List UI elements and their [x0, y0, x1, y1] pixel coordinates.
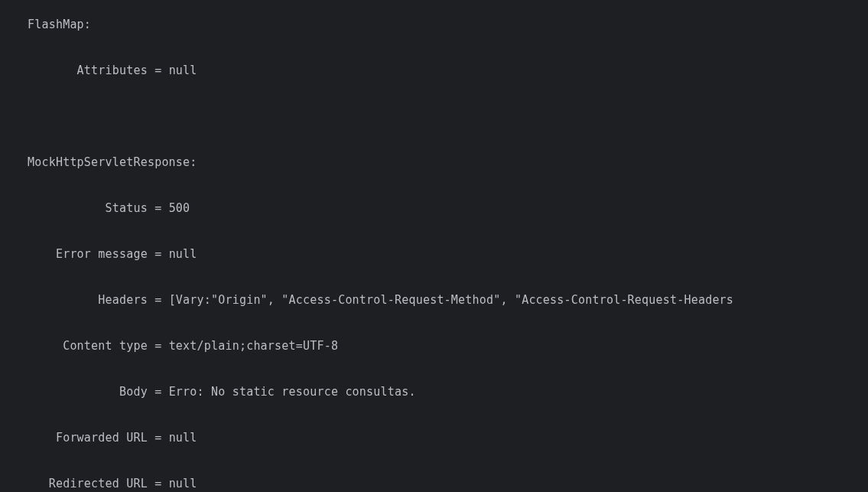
content-type-line: Content type = text/plain;charset=UTF-8 [28, 334, 868, 357]
error-message-label: Error message = [28, 247, 169, 261]
console-gutter [0, 0, 15, 492]
flashmap-label: FlashMap: [28, 18, 91, 31]
blank-line [28, 105, 868, 128]
response-header-text: MockHttpServletResponse: [28, 155, 197, 169]
status-label: Status = [28, 201, 169, 215]
response-header: MockHttpServletResponse: [28, 151, 868, 174]
error-message-value: null [169, 247, 197, 261]
content-type-label: Content type = [28, 339, 169, 353]
status-line: Status = 500 [28, 197, 868, 220]
body-label: Body = [28, 385, 169, 399]
body-line: Body = Erro: No static resource consulta… [28, 380, 868, 403]
status-value: 500 [169, 201, 190, 215]
flashmap-header: FlashMap: [28, 13, 868, 36]
forwarded-url-label: Forwarded URL = [28, 431, 169, 445]
error-message-line: Error message = null [28, 243, 868, 266]
attributes-label: Attributes = [28, 64, 169, 77]
attributes-value: null [169, 64, 197, 77]
redirected-url-label: Redirected URL = [28, 477, 169, 490]
headers-value: [Vary:"Origin", "Access-Control-Request-… [169, 293, 733, 307]
headers-line: Headers = [Vary:"Origin", "Access-Contro… [28, 288, 868, 311]
flashmap-attributes-line: Attributes = null [28, 59, 868, 82]
body-value: Erro: No static resource consultas. [169, 385, 416, 399]
redirected-url-value: null [169, 477, 197, 490]
content-type-value: text/plain;charset=UTF-8 [169, 339, 339, 353]
forwarded-url-value: null [169, 431, 197, 445]
headers-label: Headers = [28, 293, 169, 307]
forwarded-url-line: Forwarded URL = null [28, 426, 868, 449]
redirected-url-line: Redirected URL = null [28, 472, 868, 492]
console-output[interactable]: FlashMap: Attributes = null MockHttpServ… [15, 0, 868, 492]
